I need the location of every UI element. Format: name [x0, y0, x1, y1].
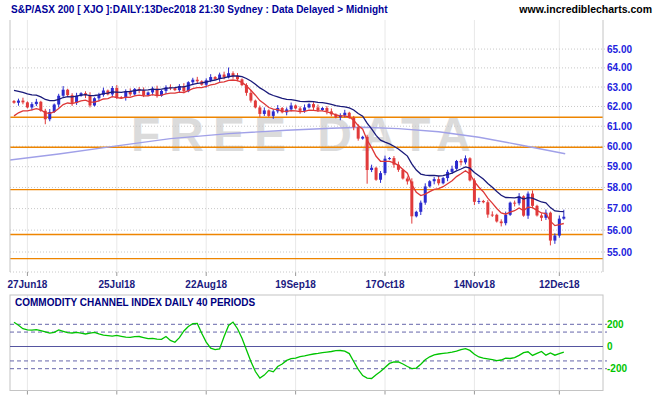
price-axis-label: 63.00 — [607, 82, 632, 93]
candle-body — [549, 213, 552, 241]
candle-body — [196, 80, 199, 82]
candle-body — [406, 179, 409, 182]
candle-body — [321, 108, 324, 110]
candle-body — [388, 158, 391, 159]
candle-body — [303, 107, 306, 110]
cci-axis-label: -200 — [607, 363, 627, 374]
candle-body — [343, 113, 346, 116]
chart-header: S&P/ASX 200 [ XJO ]:DAILY:13Dec2018 21:3… — [0, 0, 660, 20]
candle-body — [88, 95, 91, 105]
date-axis-label: 14Nov18 — [454, 279, 496, 290]
candle-body — [142, 90, 145, 95]
candle-body — [263, 110, 266, 114]
candle-body — [451, 169, 454, 172]
candle-body — [35, 102, 38, 104]
candle-body — [379, 173, 382, 180]
candle-body — [26, 102, 29, 107]
candle-body — [254, 101, 257, 108]
date-axis-label: 12Dec18 — [539, 279, 580, 290]
candle-body — [308, 104, 311, 107]
candle-body — [486, 202, 489, 214]
candle-body — [30, 104, 33, 107]
candle-body — [375, 168, 378, 180]
candle-body — [249, 93, 252, 101]
candle-body — [267, 110, 270, 116]
price-axis-label: 60.00 — [607, 141, 632, 152]
candle-body — [553, 236, 556, 241]
cci-line — [14, 322, 564, 378]
candle-body — [415, 212, 418, 216]
candle-body — [527, 194, 530, 216]
candle-body — [464, 158, 467, 162]
price-axis-label: 56.00 — [607, 225, 632, 236]
date-axis-label: 22Aug18 — [185, 279, 227, 290]
candle-body — [419, 203, 422, 212]
candle-body — [455, 161, 458, 169]
cci-indicator-title: COMMODITY CHANNEL INDEX DAILY 40 PERIODS — [15, 297, 255, 308]
main-plot-group — [10, 68, 566, 246]
candle-body — [433, 179, 436, 181]
candle-body — [17, 101, 20, 103]
date-axis-label: 19Sep18 — [275, 279, 316, 290]
candle-body — [500, 221, 503, 223]
cci-plot-group — [14, 322, 564, 378]
price-axis-label: 62.00 — [607, 101, 632, 112]
candle-body — [214, 77, 217, 79]
candle-body — [191, 80, 194, 82]
candle-body — [258, 107, 261, 113]
candle-body — [491, 215, 494, 216]
candle-body — [294, 105, 297, 108]
date-axis-label: 27Jun18 — [7, 279, 47, 290]
candle-body — [13, 101, 16, 103]
cci-panel-border — [10, 295, 603, 391]
candle-body — [357, 127, 360, 138]
candle-body — [361, 137, 364, 139]
candle-body — [428, 181, 431, 186]
candle-body — [21, 101, 24, 103]
candle-body — [460, 161, 463, 162]
ma-low-line — [14, 80, 564, 226]
candle-body — [504, 215, 507, 223]
candle-body — [437, 179, 440, 183]
chart-title: S&P/ASX 200 [ XJO ]:DAILY:13Dec2018 21:3… — [11, 4, 388, 15]
candle-body — [316, 107, 319, 110]
candle-body — [325, 108, 328, 111]
price-axis-label: 57.00 — [607, 203, 632, 214]
ma-long-line — [10, 127, 566, 160]
candle-body — [562, 217, 565, 219]
date-axis-label: 17Oct18 — [366, 279, 405, 290]
candle-body — [62, 90, 65, 96]
chart-page: { "header": { "title": "S&P/ASX 200 [ XJ… — [0, 0, 660, 400]
candle-body — [513, 203, 516, 204]
candle-body — [442, 178, 445, 183]
candle-body — [558, 219, 561, 236]
ma-high-line — [14, 76, 564, 212]
candle-body — [540, 215, 543, 217]
price-axis-label: 55.00 — [607, 247, 632, 258]
candle-body — [482, 201, 485, 202]
candle-body — [272, 111, 275, 116]
candle-body — [111, 88, 114, 94]
price-axis-label: 65.00 — [607, 44, 632, 55]
candle-body — [477, 201, 480, 202]
charts-canvas[interactable]: 65.0064.0063.0062.0061.0060.0059.0058.00… — [0, 0, 660, 400]
cci-axis-label: 200 — [607, 319, 624, 330]
date-axis-label: 25Jul18 — [98, 279, 135, 290]
price-axis-label: 59.00 — [607, 161, 632, 172]
candle-body — [66, 90, 69, 95]
candle-body — [133, 89, 136, 94]
price-axis-label: 64.00 — [607, 62, 632, 73]
candle-body — [209, 77, 212, 80]
candle-body — [290, 105, 293, 109]
candle-body — [531, 194, 534, 206]
candle-body — [312, 104, 315, 107]
site-url-link: www.incrediblecharts.com — [519, 3, 652, 15]
candle-body — [173, 88, 176, 90]
candle-body — [147, 92, 150, 95]
candle-body — [299, 108, 302, 110]
price-axis-label: 58.00 — [607, 182, 632, 193]
cci-axis-label: 0 — [607, 341, 613, 352]
candle-body — [495, 215, 498, 222]
candle-body — [370, 168, 373, 170]
price-axis-label: 61.00 — [607, 121, 632, 132]
